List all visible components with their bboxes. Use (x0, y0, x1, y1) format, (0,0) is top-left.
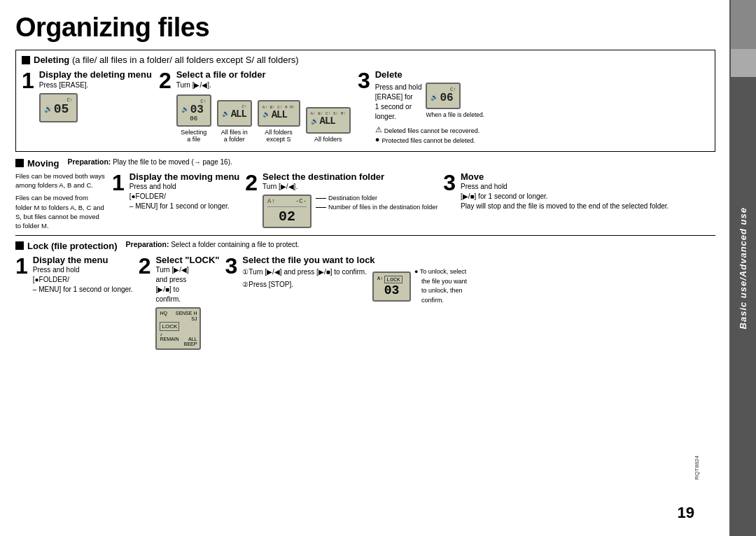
dest-display-area: A↑-C- 02 Destination folder (262, 195, 438, 228)
deleting-bullet (22, 56, 30, 64)
lock-header-row: Lock (file protection) Preparation: Sele… (15, 240, 715, 252)
moving-step1-content: Display the moving menu Press and hold [… (130, 171, 239, 212)
dest-labels: Destination folder Number of files in th… (316, 195, 438, 211)
side-tab-text: Basic use/Advanced use (738, 207, 748, 329)
deleting-notes: ⚠ Deleted files cannot be recovered. ● P… (375, 125, 484, 146)
lcd-delete-after: C↑ 🔊 06 (426, 83, 461, 109)
moving-bullet (15, 159, 24, 167)
side-tab: Basic use/Advanced use (729, 0, 756, 536)
deleting-step3-content: Delete Press and hold [ERASE] for 1 seco… (375, 69, 484, 146)
label-allfiles: All files ina folder (221, 129, 248, 144)
label-allfolders: All folders (314, 136, 342, 143)
lock-step3-inner: ①Turn [▶/◀] and press [▶/■] to confirm. … (242, 267, 467, 305)
moving-header: Moving (15, 158, 59, 169)
delete-body: Press and hold [ERASE] for 1 second or l… (375, 83, 422, 122)
display-allfiles: C↑ 🔊 ALL All files ina folder (217, 100, 252, 144)
deleting-step2: 2 Select a file or folder Turn [▶/◀]. C↑… (159, 69, 351, 143)
moving-step2-content: Select the destination folder Turn [▶/◀]… (262, 171, 438, 229)
deleted-note: When a file is deleted. (426, 111, 484, 118)
lcd-allfolders: A↑ B↑ C↑ S↑ M↑ 🔊 ALL (306, 107, 351, 134)
moving-step3: 3 Move Press and hold [▶/■] for 1 second… (443, 171, 668, 212)
page: Organizing files Deleting (a file/ all f… (0, 0, 756, 536)
deleting-title: Deleting (a file/ all files in a folder/… (34, 55, 299, 65)
lock-prep: Preparation: Select a folder containing … (126, 240, 300, 248)
lock-bullet (15, 241, 24, 250)
dest-numfiles-label: Number of files in the destination folde… (316, 204, 438, 211)
lock-header: Lock (file protection) (15, 241, 118, 251)
lcd-allfiles: C↑ 🔊 ALL (217, 100, 252, 127)
deleting-step2-content: Select a file or folder Turn [▶/◀]. C↑ 🔊… (176, 69, 351, 143)
lcd-allfolderex: A↑ B↑ C↑ ≑ M↑ 🔊 ALL (258, 100, 300, 127)
moving-title: Moving (27, 158, 59, 169)
lcd-selecting: C↑ 🔊 03 06 (176, 94, 211, 127)
section-divider (15, 235, 715, 236)
deleting-lcd1: C↑ 🔊 05 (39, 93, 78, 122)
deleting-section: Deleting (a file/ all files in a folder/… (15, 50, 715, 152)
deleting-step1: 1 Display the deleting menu Press [ERASE… (22, 69, 152, 122)
moving-grid: Files can be moved both ways among folde… (15, 171, 715, 231)
deleting-steps-row: 1 Display the deleting menu Press [ERASE… (22, 69, 709, 146)
lock-step3-body: ①Turn [▶/◀] and press [▶/■] to confirm. … (242, 267, 367, 290)
lock-steps-row: 1 Display the menu Press and hold [●FOLD… (15, 255, 715, 351)
display-allfolders: A↑ B↑ C↑ S↑ M↑ 🔊 ALL All folders (306, 107, 351, 143)
note1: ⚠ Deleted files cannot be recovered. (375, 125, 484, 136)
deleting-step3: 3 Delete Press and hold [ERASE] for 1 se… (358, 69, 484, 146)
moving-left-text: Files can be moved both ways among folde… (15, 171, 106, 231)
moving-step1-body: Press and hold [●FOLDER/ – MENU] for 1 s… (130, 182, 239, 211)
dest-lcd: A↑-C- 02 (262, 195, 312, 228)
label-selecting: Selectinga file (181, 129, 206, 144)
side-tab-mid (731, 49, 756, 77)
moving-step3-content: Move Press and hold [▶/■] for 1 second o… (461, 171, 668, 212)
main-content: Organizing files Deleting (a file/ all f… (0, 0, 729, 536)
moving-prep: Preparation: Play the file to be moved (… (68, 157, 232, 166)
lock-lcd: HQSENSE H SJ LOCK ♪ REMAINALL BEEP (155, 307, 201, 350)
lock-step1: 1 Display the menu Press and hold [●FOLD… (15, 255, 133, 295)
lock-step3-content: Select the file you want to lock ①Turn [… (242, 255, 467, 306)
lock-step1-content: Display the menu Press and hold [●FOLDER… (33, 255, 133, 295)
lock-file-lcd: A↑LOCK 03 (372, 271, 411, 302)
lock-step3: 3 Select the file you want to lock ①Turn… (225, 255, 467, 306)
unlock-note: ● To unlock, select the file you want to… (414, 267, 467, 305)
moving-header-row: Moving Preparation: Play the file to be … (15, 157, 715, 169)
display-selecting: C↑ 🔊 03 06 Selectinga file (176, 94, 211, 144)
lock-section: Lock (file protection) Preparation: Sele… (15, 240, 715, 351)
lock-file-lcd-area: A↑LOCK 03 ● To unlock, select the file y… (372, 267, 467, 305)
display-allfolderex: A↑ B↑ C↑ ≑ M↑ 🔊 ALL All foldersexcept S (258, 100, 300, 144)
lock-step2: 2 Select "LOCK" Turn [▶/◀] and press [▶/… (139, 255, 220, 351)
lock-title: Lock (file protection) (27, 241, 118, 251)
moving-section: Moving Preparation: Play the file to be … (15, 157, 715, 231)
deleting-header: Deleting (a file/ all files in a folder/… (22, 55, 709, 65)
lock-step1-body: Press and hold [●FOLDER/ – MENU] for 1 s… (33, 265, 133, 295)
dest-folder-label: Destination folder (316, 195, 438, 202)
page-number: 19 (678, 504, 694, 522)
lock-step2-body: Turn [▶/◀] and press [▶/■] to confirm. (155, 265, 219, 304)
moving-step3-body: Press and hold [▶/■] for 1 second or lon… (461, 182, 668, 211)
label-allfolderex: All foldersexcept S (265, 129, 293, 144)
side-tab-top (731, 0, 756, 49)
rqt-label: RQT8824 (694, 456, 700, 480)
deleting-displays: C↑ 🔊 03 06 Selectinga file (176, 94, 351, 144)
moving-step2: 2 Select the destination folder Turn [▶/… (245, 171, 438, 229)
lock-step2-content: Select "LOCK" Turn [▶/◀] and press [▶/■]… (155, 255, 219, 351)
page-title: Organizing files (15, 13, 715, 43)
deleting-step1-content: Display the deleting menu Press [ERASE].… (39, 69, 152, 122)
dest-lcd-top: A↑-C- (267, 198, 307, 207)
moving-step1: 1 Display the moving menu Press and hold… (112, 171, 239, 212)
note2: ● Protected files cannot be deleted. (375, 135, 484, 146)
